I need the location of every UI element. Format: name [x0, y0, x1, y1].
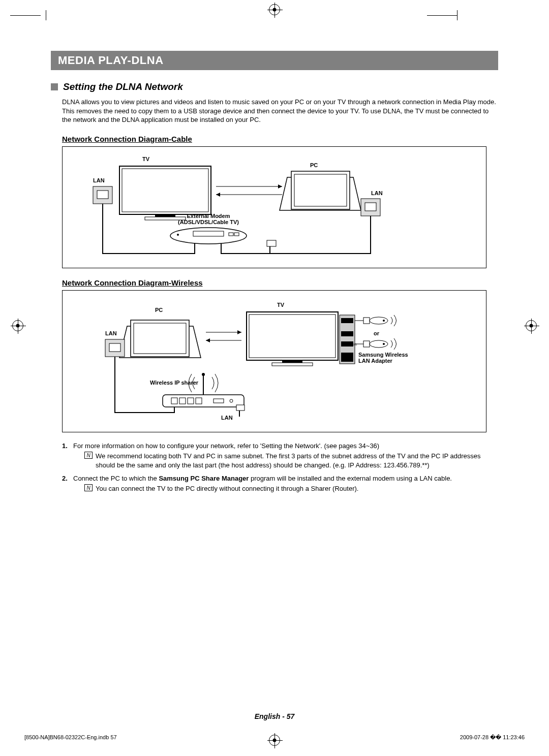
note-icon: N: [84, 452, 93, 459]
svg-rect-68: [179, 398, 186, 404]
diagram-wireless-heading: Network Connection Diagram-Wireless: [62, 278, 498, 287]
svg-text:LAN: LAN: [93, 177, 105, 183]
svg-rect-14: [365, 203, 376, 211]
svg-text:TV: TV: [277, 302, 285, 308]
list-number: 1.: [62, 442, 73, 471]
svg-marker-21: [216, 193, 220, 197]
svg-rect-53: [363, 318, 370, 324]
svg-text:External Modem: External Modem: [187, 213, 230, 219]
note-text: You can connect the TV to the PC directl…: [96, 484, 498, 493]
list-item: 1. For more information on how to config…: [62, 442, 498, 471]
svg-rect-67: [171, 398, 177, 404]
svg-point-60: [383, 343, 385, 345]
svg-rect-58: [363, 341, 370, 347]
diagram-wireless: PC LAN TV USB 2: [62, 290, 486, 432]
svg-text:PC: PC: [310, 162, 318, 168]
svg-marker-44: [206, 338, 210, 342]
list-text: For more information on how to configure…: [73, 442, 498, 451]
print-footer: [8500-NA]BN68-02322C-Eng.indb 57 2009-07…: [24, 734, 525, 741]
svg-rect-70: [196, 398, 202, 404]
svg-rect-25: [193, 231, 224, 236]
bullet-square-icon: [51, 83, 58, 90]
svg-rect-16: [267, 240, 276, 246]
svg-rect-39: [282, 361, 302, 363]
svg-rect-31: [134, 323, 186, 354]
svg-text:USB 1 (HDD): USB 1 (HDD): [342, 343, 357, 346]
note-icon: N: [84, 484, 93, 491]
svg-rect-28: [234, 233, 239, 236]
instruction-list: 1. For more information on how to config…: [62, 442, 498, 495]
svg-point-55: [383, 320, 385, 322]
svg-text:LAN: LAN: [221, 415, 233, 421]
svg-rect-40: [272, 363, 313, 366]
svg-rect-34: [109, 343, 120, 352]
intro-paragraph: DLNA allows you to view pictures and vid…: [62, 98, 498, 124]
svg-rect-71: [214, 399, 224, 403]
note-row: N You can connect the TV to the PC direc…: [84, 484, 498, 493]
svg-point-59: [370, 340, 388, 348]
list-item: 2. Connect the PC to which the Samsung P…: [62, 474, 498, 494]
svg-marker-42: [237, 330, 241, 334]
svg-rect-69: [188, 398, 194, 404]
svg-text:(ADSL/VDSL/Cable TV): (ADSL/VDSL/Cable TV): [178, 219, 239, 225]
section-title: Setting the DLNA Network: [63, 81, 183, 92]
svg-rect-73: [236, 405, 245, 411]
svg-rect-3: [155, 215, 175, 217]
svg-rect-27: [229, 233, 233, 236]
svg-rect-11: [294, 174, 347, 206]
svg-rect-7: [97, 191, 108, 199]
svg-text:USB 2: USB 2: [342, 320, 351, 323]
svg-point-26: [177, 234, 179, 236]
source-file: [8500-NA]BN68-02322C-Eng.indb 57: [24, 734, 117, 741]
svg-rect-38: [249, 314, 336, 358]
svg-rect-48: [341, 331, 353, 336]
svg-point-54: [370, 317, 388, 324]
svg-marker-19: [278, 184, 282, 188]
list-text: Connect the PC to which the Samsung PC S…: [73, 474, 498, 483]
list-number: 2.: [62, 474, 73, 494]
svg-text:LAN: LAN: [371, 190, 383, 196]
svg-rect-51: [341, 353, 353, 362]
diagram-cable: TV LAN PC LAN: [62, 146, 486, 268]
page-number: English - 57: [0, 712, 549, 720]
svg-text:PC: PC: [155, 307, 163, 313]
svg-text:LAN Adapter: LAN Adapter: [358, 358, 393, 364]
svg-text:Wireless IP sharer: Wireless IP sharer: [150, 380, 199, 386]
section-heading: Setting the DLNA Network: [51, 81, 498, 92]
svg-text:LAN: LAN: [105, 330, 117, 336]
svg-rect-2: [122, 169, 208, 212]
print-timestamp: 2009-07-28 �� 11:23:46: [460, 734, 525, 741]
page-title-bar: MEDIA PLAY-DLNA: [51, 51, 498, 70]
note-row: N We recommend locating both TV and PC i…: [84, 452, 498, 470]
note-text: We recommend locating both TV and PC in …: [96, 452, 498, 470]
svg-text:or: or: [374, 330, 380, 336]
svg-text:Samsung Wireless: Samsung Wireless: [358, 352, 408, 358]
diagram-cable-heading: Network Connection Diagram-Cable: [62, 135, 498, 143]
svg-text:TV: TV: [142, 156, 150, 162]
svg-point-65: [202, 373, 205, 376]
